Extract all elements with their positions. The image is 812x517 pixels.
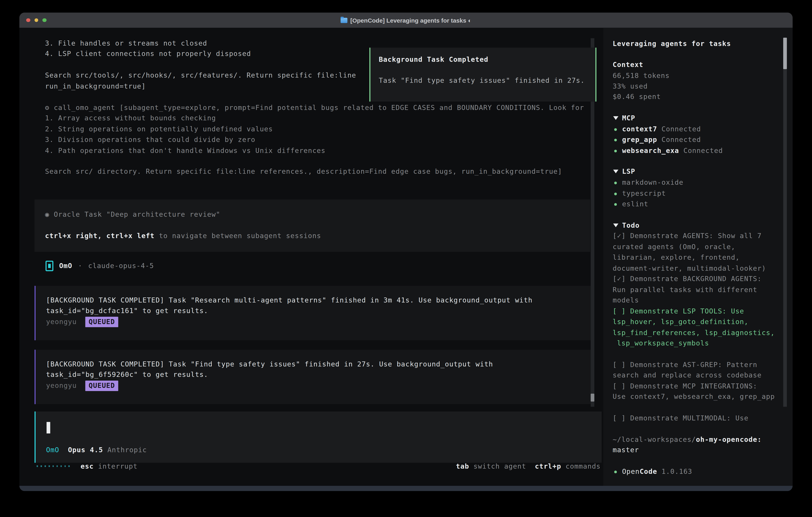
bullet-icon [614, 203, 617, 206]
main-scrollbar-thumb[interactable] [590, 393, 594, 402]
background-task-toast[interactable]: Background Task Completed Task "Find typ… [370, 48, 597, 102]
todo-line: [ ] Demonstrate MULTIMODAL: Use [613, 413, 749, 424]
todo-line: librarian, explore, frontend, [613, 252, 740, 263]
oracle-task-title: Oracle Task "Deep architecture review" [54, 211, 221, 218]
tool-call-item: 4. Path operations that don't handle Win… [45, 145, 325, 156]
input-agent-name: OmO [46, 446, 59, 454]
sidebar: Leveraging agents for tasks Context 66,5… [603, 28, 793, 486]
prompt-input[interactable]: OmO Opus 4.5 Anthropic [35, 411, 602, 463]
chevron-down-icon [613, 169, 618, 173]
minimize-window-button[interactable] [34, 18, 38, 22]
tool-call-item: 1. Array access without bounds checking [45, 113, 216, 124]
close-window-button[interactable] [26, 18, 30, 22]
mcp-heading: MCP [622, 113, 635, 124]
log-line: run_in_background=true] [45, 81, 146, 91]
todo-line: search and replace across codebase [613, 370, 762, 380]
workspace-path: ~/local-workspaces/oh-my-opencode: [613, 434, 762, 445]
todo-line: Use context7, websearch_exa, grep_app [613, 392, 775, 402]
bullet-icon [614, 128, 617, 131]
ctrlp-key-hint: ctrl+p [535, 462, 561, 470]
todo-line: Run parallel tasks with different [613, 285, 757, 295]
window-bottom-edge [19, 486, 793, 491]
lsp-name: eslint [622, 199, 648, 209]
context-heading: Context [613, 60, 643, 70]
sidebar-scrollbar-thumb[interactable] [783, 38, 787, 69]
mcp-status: Connected [679, 146, 723, 154]
input-model: Opus 4.5 [68, 446, 103, 454]
mcp-name: grep_app [622, 136, 657, 143]
mcp-status: Connected [657, 125, 701, 133]
todo-line: [✓] Demonstrate BACKGROUND AGENTS: [613, 274, 762, 284]
tool-call-text: call_omo_agent [subagent_type=explore, p… [54, 104, 584, 111]
todo-line: models [613, 295, 639, 306]
agent-model: claude-opus-4-5 [88, 261, 154, 271]
record-icon: ◉ [45, 211, 49, 218]
task-user: yeongyu [46, 382, 77, 389]
bullet-icon [614, 182, 617, 184]
agent-name: OmO [59, 261, 72, 271]
bullet-icon [614, 150, 617, 152]
task-card-line1: [BACKGROUND TASK COMPLETED] Task "Find t… [46, 359, 493, 370]
mcp-status: Connected [657, 136, 701, 143]
task-card: [BACKGROUND TASK COMPLETED] Task "Find t… [35, 350, 591, 404]
toast-body: Task "Find type safety issues" finished … [379, 75, 585, 86]
todo-line: curated agents (OmO, oracle, [613, 242, 735, 252]
window-title: [OpenCode] Leveraging agents for tasks ◐ [350, 17, 471, 23]
todo-heading: Todo [622, 220, 640, 231]
tab-key-hint: tab [456, 462, 469, 470]
traffic-lights [26, 12, 46, 28]
sidebar-scrollbar[interactable] [783, 69, 787, 407]
todo-line: [✓] Demonstrate AGENTS: Show all 7 [613, 231, 762, 241]
status-badge: QUEUED [86, 317, 118, 327]
task-card-line1: [BACKGROUND TASK COMPLETED] Task "Resear… [46, 295, 532, 306]
input-footer: OmO Opus 4.5 Anthropic [46, 445, 147, 456]
task-card-line2: task_id="bg_dcfac161" to get results. [46, 306, 208, 316]
input-provider: Anthropic [108, 446, 147, 454]
app-name: Open [622, 467, 640, 475]
task-card-line2: task_id="bg_6f59260c" to get results. [46, 370, 208, 380]
statusbar-right: tab switch agent ctrl+p commands [456, 461, 601, 472]
tool-call-item: 2. String operations on potentially unde… [45, 124, 273, 135]
opencode-window: [OpenCode] Leveraging agents for tasks ◐… [19, 12, 793, 491]
context-spent: $0.46 spent [613, 91, 661, 102]
oracle-task-line: ◉ Oracle Task "Deep architecture review" [45, 209, 220, 220]
zoom-window-button[interactable] [42, 18, 46, 22]
context-tokens: 66,518 tokens [613, 71, 670, 81]
spinner-dots [36, 465, 71, 467]
gear-icon: ⚙ [45, 104, 49, 111]
workspace-dir: ~/local-workspaces/ [613, 436, 696, 443]
esc-key-hint: esc [81, 462, 94, 470]
tool-call-tail: Search src/ directory. Return specific f… [45, 166, 562, 177]
todo-line: document-writer, multimodal-looker) [613, 263, 766, 274]
status-badge: QUEUED [86, 381, 118, 391]
todo-line: [ ] Demonstrate MCP INTEGRATIONS: [613, 381, 757, 391]
lsp-name: markdown-oxide [622, 178, 683, 188]
chevron-down-icon [613, 223, 618, 227]
context-used: 33% used [613, 81, 647, 91]
window-title-group: [OpenCode] Leveraging agents for tasks ◐ [340, 17, 471, 23]
bullet-icon [614, 139, 617, 141]
todo-line-active: lsp_workspace_symbols [613, 338, 709, 349]
session-title: Leveraging agents for tasks [613, 39, 731, 49]
folder-icon [340, 18, 347, 23]
todo-line-active: lsp_hover, lsp_goto_definition, [613, 317, 749, 327]
log-line: 4. LSP client connections not properly d… [45, 49, 251, 59]
task-card-meta: yeongyu QUEUED [46, 381, 118, 391]
todo-line-active: [ ] Demonstrate LSP TOOLS: Use [613, 306, 744, 317]
todo-line: [ ] Demonstrate AST-GREP: Pattern [613, 360, 757, 370]
keybind-text: ctrl+x right, ctrl+x left [45, 232, 154, 240]
tool-call-item: 3. Division operations that could divide… [45, 135, 255, 145]
bullet-icon [614, 471, 617, 473]
log-line: Search src/tools/, src/hooks/, src/featu… [45, 70, 356, 81]
task-card-meta: yeongyu QUEUED [46, 317, 118, 327]
statusbar-left: esc interrupt [81, 461, 138, 472]
mcp-name: context7 [622, 125, 657, 133]
esc-key-label: interrupt [94, 462, 138, 470]
oracle-task-box: ◉ Oracle Task "Deep architecture review"… [35, 199, 590, 252]
text-cursor [47, 422, 50, 434]
log-line: 3. File handles or streams not closed [45, 38, 207, 49]
ctrlp-key-label: commands [561, 462, 601, 470]
screen: [OpenCode] Leveraging agents for tasks ◐… [0, 0, 812, 517]
keybind-hint: to navigate between subagent sessions [155, 232, 321, 240]
separator-dot: · [78, 261, 83, 271]
